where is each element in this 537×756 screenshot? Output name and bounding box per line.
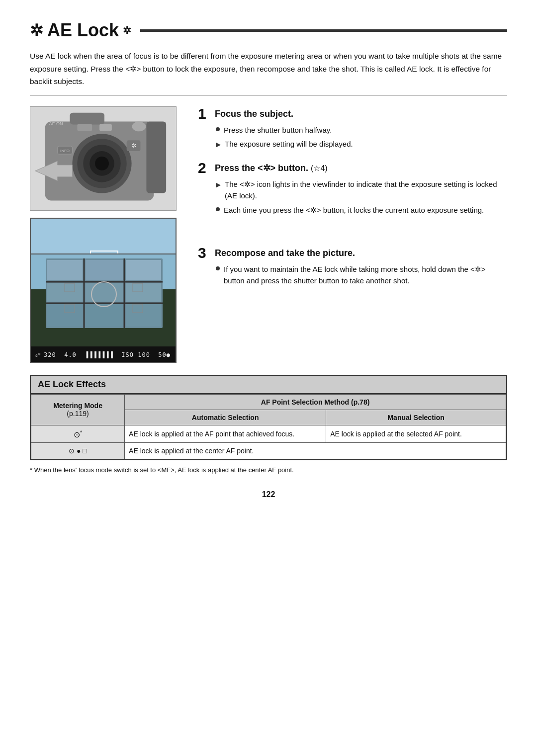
- svg-text:✲: ✲: [131, 142, 136, 149]
- table-header-metering: Metering Mode (p.119): [31, 394, 125, 425]
- table-header-manual-sel: Manual Selection: [326, 410, 506, 425]
- ae-lock-effects-section: AE Lock Effects Metering Mode (p.119) AF…: [30, 375, 507, 461]
- table-row-1-label: ⊙*: [31, 425, 125, 443]
- title-text: AE Lock: [47, 20, 119, 41]
- metering-icon-2: ⊙ ● □: [69, 447, 87, 455]
- lcd-statusbar-2: ✲* 320 4.0 ▐▐▐▐▐▐▐ ISO 100 50●: [31, 346, 176, 363]
- svg-point-8: [95, 157, 109, 170]
- svg-text:AF-ON: AF-ON: [49, 121, 63, 126]
- lcd-image-2: ✲* 320 4.0 ▐▐▐▐▐▐▐ ISO 100 50●: [30, 253, 177, 363]
- table-header-af-point: AF Point Selection Method (p.78): [125, 394, 506, 410]
- page-number: 122: [30, 490, 507, 499]
- footnote-text: * When the lens' focus mode switch is se…: [30, 465, 507, 475]
- af-point-label: AF Point Selection Method (p.78): [261, 398, 370, 406]
- step-1-bullet-1: Press the shutter button halfway.: [216, 124, 507, 136]
- svg-rect-38: [126, 260, 161, 280]
- camera-image: INFO ✲ AF-ON: [30, 106, 177, 211]
- title-star-left: ✲: [30, 21, 43, 40]
- lcd-status-text-2: 320 4.0 ▐▐▐▐▐▐▐ ISO 100 50●: [44, 351, 171, 358]
- svg-rect-2: [70, 112, 104, 124]
- metering-mode-label: Metering Mode: [53, 402, 102, 410]
- bullet-circle-icon: [216, 127, 220, 131]
- lcd-star-icon-2: ✲*: [35, 352, 41, 358]
- table-row-1-auto: AE lock is applied at the AF point that …: [125, 425, 326, 443]
- table-row-1: ⊙* AE lock is applied at the AF point th…: [31, 425, 506, 443]
- title-line: [140, 29, 507, 32]
- page-title-section: ✲ AE Lock ✲: [30, 20, 507, 41]
- footnote-content: * When the lens' focus mode switch is se…: [30, 466, 294, 474]
- metering-mode-page: (p.119): [67, 410, 89, 418]
- svg-point-13: [132, 121, 146, 131]
- svg-rect-37: [86, 260, 123, 280]
- title-star-right: ✲: [123, 24, 131, 36]
- metering-icon-1: ⊙: [74, 430, 80, 438]
- table-header-auto-sel: Automatic Selection: [125, 410, 326, 425]
- svg-rect-3: [146, 121, 166, 193]
- ae-lock-effects-section-title: AE Lock Effects: [31, 376, 506, 394]
- camera-illustration: INFO ✲ AF-ON: [30, 106, 176, 211]
- lcd-scene-2: [31, 254, 176, 346]
- svg-rect-44: [126, 304, 161, 327]
- svg-rect-41: [126, 283, 161, 302]
- table-row-1-manual: AE lock is applied at the selected AF po…: [326, 425, 506, 443]
- lcd-scene-svg-2: [31, 254, 177, 346]
- step-1-number: 1: [198, 106, 210, 121]
- svg-rect-10: [99, 124, 112, 131]
- step-1-bullet-1-text: Press the shutter button halfway.: [224, 124, 332, 136]
- svg-rect-9: [77, 124, 92, 131]
- auto-selection-label: Automatic Selection: [192, 414, 259, 421]
- table-row-2-combined: AE lock is applied at the center AF poin…: [125, 443, 506, 459]
- table-row-2-label: ⊙ ● □: [31, 443, 125, 459]
- svg-rect-36: [47, 260, 83, 280]
- intro-paragraph: Use AE lock when the area of focus is to…: [30, 50, 507, 95]
- step-1-title: Focus the subject.: [215, 106, 293, 120]
- svg-text:INFO: INFO: [60, 149, 70, 153]
- row-1-auto-text: AE lock is applied at the AF point that …: [129, 430, 294, 438]
- page-number-text: 122: [262, 490, 275, 499]
- table-header-row-1: Metering Mode (p.119) AF Point Selection…: [31, 394, 506, 410]
- row-1-manual-text: AE lock is applied at the selected AF po…: [330, 430, 462, 438]
- page-title: ✲ AE Lock ✲: [30, 20, 131, 41]
- table-row-2: ⊙ ● □ AE lock is applied at the center A…: [31, 443, 506, 459]
- row-2-text: AE lock is applied at the center AF poin…: [129, 447, 254, 455]
- spacer-right: [198, 142, 507, 367]
- ae-effects-table: Metering Mode (p.119) AF Point Selection…: [31, 394, 506, 460]
- footnote-mark: *: [80, 429, 83, 435]
- ae-lock-effects-title-label: AE Lock Effects: [38, 379, 106, 389]
- step-1-header: 1 Focus the subject.: [198, 106, 507, 121]
- manual-selection-label: Manual Selection: [387, 414, 444, 421]
- svg-rect-43: [86, 304, 123, 327]
